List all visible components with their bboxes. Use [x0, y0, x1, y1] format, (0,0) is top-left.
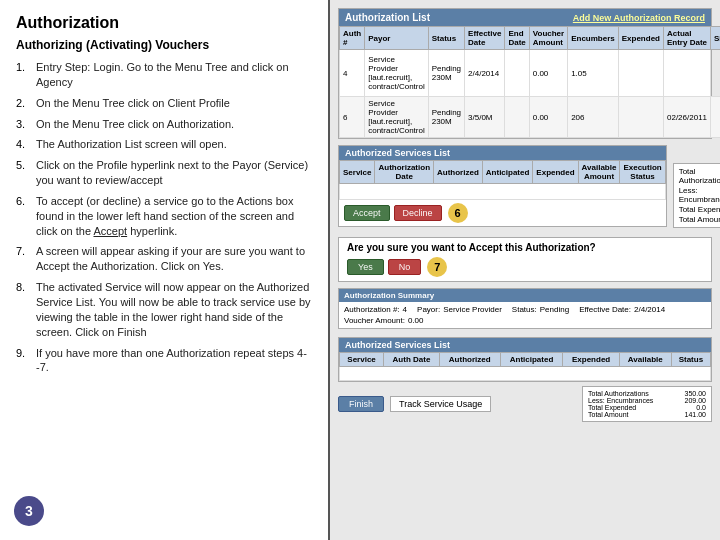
s-label2: Payor:	[417, 305, 440, 314]
left-panel: Authorization Authorizing (Activating) V…	[0, 0, 330, 540]
svc-col-service: Service	[340, 161, 375, 184]
s-val4: 2/4/2014	[634, 305, 665, 314]
step-2: 2. On the Menu Tree click on Client Prof…	[16, 96, 312, 111]
total-enc-label: Less: Encumbrances	[679, 186, 720, 204]
auth-list-title: Authorization List	[345, 12, 430, 23]
step-4: 4. The Authorization List screen will op…	[16, 137, 312, 152]
cell-entry: 02/26/2011	[663, 97, 710, 138]
step-6: 6. To accept (or decline) a service go t…	[16, 194, 312, 239]
step-text-3: On the Menu Tree click on Authorization.	[36, 117, 312, 132]
cell-site	[711, 50, 720, 97]
step-text-4: The Authorization List screen will open.	[36, 137, 312, 152]
summary-header: Authorization Summary	[339, 289, 711, 302]
step-num-2: 2.	[16, 96, 36, 111]
step-text-2: On the Menu Tree click on Client Profile	[36, 96, 312, 111]
page-number-badge: 3	[14, 496, 44, 526]
step-text-8: The activated Service will now appear on…	[36, 280, 312, 339]
cell-enc: 206	[568, 97, 619, 138]
bottom-row: Finish Track Service Usage Total Authori…	[338, 386, 712, 422]
col-auth: Auth #	[340, 27, 365, 50]
step-num-9: 9.	[16, 346, 36, 376]
table-row: 6 Service Provider [laut.recruit], contr…	[340, 97, 721, 138]
s-val5: 0.00	[408, 316, 424, 325]
col-site: Site	[711, 27, 720, 50]
cell-site	[711, 97, 720, 138]
svc2-col-anticipated: Anticipated	[500, 353, 563, 367]
table-row: 4 Service Provider [laut.recruit], contr…	[340, 50, 721, 97]
bt-label3: Total Expended	[588, 404, 636, 411]
cell-end	[505, 50, 529, 97]
total-amt-label: Total Amount	[679, 215, 720, 224]
svc-col-authorized: Authorized	[434, 161, 483, 184]
svc2-col-service: Service	[340, 353, 384, 367]
cell-payor: Service Provider [laut.recruit], contrac…	[365, 97, 428, 138]
svc-col-anticipated: Anticipated	[482, 161, 533, 184]
cell-end	[505, 97, 529, 138]
cell-exp	[618, 97, 663, 138]
accept-confirm-box: Are you sure you want to Accept this Aut…	[338, 237, 712, 282]
accept-button[interactable]: Accept	[344, 205, 390, 221]
yes-button[interactable]: Yes	[347, 259, 384, 275]
step-num-3: 3.	[16, 117, 36, 132]
actions-row: Accept Decline 6	[339, 200, 666, 226]
badge-7: 7	[427, 257, 447, 277]
step-7: 7. A screen will appear asking if your a…	[16, 244, 312, 274]
s-label4: Effective Date:	[579, 305, 631, 314]
services-table2: Service Auth Date Authorized Anticipated…	[339, 352, 711, 381]
finish-button[interactable]: Finish	[338, 396, 384, 412]
svc2-col-expended: Expended	[563, 353, 619, 367]
svc-col-status: Execution Status	[620, 161, 665, 184]
step-num-7: 7.	[16, 244, 36, 274]
auth-services-header2: Authorized Services List	[339, 338, 711, 352]
cell-payor: Service Provider [laut.recruit], contrac…	[365, 50, 428, 97]
col-payor: Payor	[365, 27, 428, 50]
svc2-col-authorized: Authorized	[439, 353, 500, 367]
cell-voucher: 0.00	[529, 97, 567, 138]
cell-voucher: 0.00	[529, 50, 567, 97]
s-label3: Status:	[512, 305, 537, 314]
s-label: Authorization #:	[344, 305, 400, 314]
step-num-1: 1.	[16, 60, 36, 90]
auth-table: Auth # Payor Status Effective Date End D…	[339, 26, 720, 138]
svc2-col-available: Available	[619, 353, 671, 367]
svc2-col-status: Status	[671, 353, 710, 367]
track-service-label: Track Service Usage	[390, 396, 491, 412]
authorization-list-box: Authorization List Add New Authorization…	[338, 8, 712, 139]
step-5: 5. Click on the Profile hyperlink next t…	[16, 158, 312, 188]
summary-box: Authorization Summary Authorization #:4 …	[338, 288, 712, 329]
s-val2: Service Provider	[443, 305, 502, 314]
step-num-8: 8.	[16, 280, 36, 339]
step-1: 1. Entry Step: Login. Go to the Menu Tre…	[16, 60, 312, 90]
step-num-4: 4.	[16, 137, 36, 152]
cell-auth: 4	[340, 50, 365, 97]
auth-services-box2: Authorized Services List Service Auth Da…	[338, 337, 712, 382]
step-num-6: 6.	[16, 194, 36, 239]
svc-col-available: Available Amount	[578, 161, 620, 184]
step-text-7: A screen will appear asking if your are …	[36, 244, 312, 274]
badge-6: 6	[448, 203, 468, 223]
s-label5: Voucher Amount:	[344, 316, 405, 325]
svc2-col-authdate: Auth Date	[384, 353, 440, 367]
col-eff-date: Effective Date	[465, 27, 505, 50]
page-title: Authorization	[16, 14, 312, 32]
cell-status: Pending 230M	[428, 97, 464, 138]
cell-auth: 6	[340, 97, 365, 138]
svc-col-expended: Expended	[533, 161, 578, 184]
decline-button[interactable]: Decline	[394, 205, 442, 221]
step-3: 3. On the Menu Tree click on Authorizati…	[16, 117, 312, 132]
col-encumbers: Encumbers	[568, 27, 619, 50]
s-val: 4	[403, 305, 407, 314]
cell-enc: 1.05	[568, 50, 619, 97]
auth-list-header: Authorization List Add New Authorization…	[339, 9, 711, 26]
total-auth-label: Total Authorizations	[679, 167, 720, 185]
cell-entry	[663, 50, 710, 97]
cell-eff: 3/5/0M	[465, 97, 505, 138]
no-button[interactable]: No	[388, 259, 422, 275]
step-num-5: 5.	[16, 158, 36, 188]
step-text-6: To accept (or decline) a service go to t…	[36, 194, 312, 239]
col-expended: Expended	[618, 27, 663, 50]
auth-services-title: Authorized Services List	[345, 148, 450, 158]
add-new-link[interactable]: Add New Authorization Record	[573, 13, 705, 23]
step-text-9: If you have more than one Authorization …	[36, 346, 312, 376]
steps-list: 1. Entry Step: Login. Go to the Menu Tre…	[16, 60, 312, 375]
